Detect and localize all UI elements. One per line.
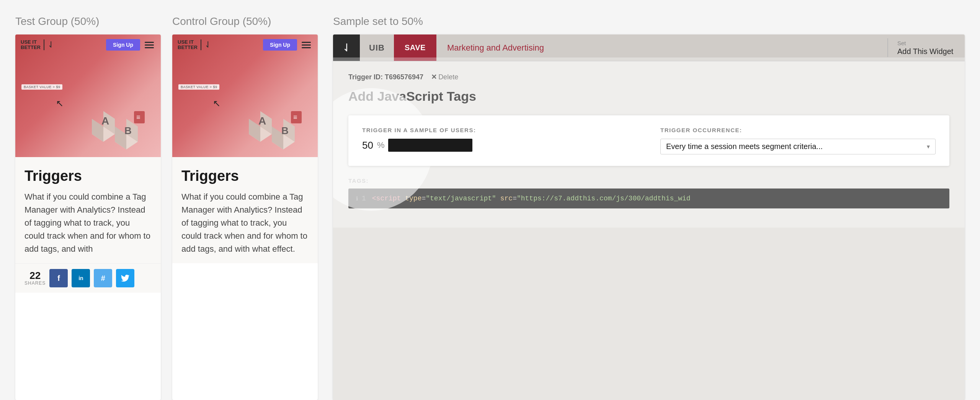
line-info: ℹ 1 [356,195,366,202]
uib-logo-icon: ⇃ [342,41,351,54]
panels-container: Test Group (50%) USE ITBETTER ⇃ Sign Up [15,15,318,400]
control-card-content: Triggers What if you could combine a Tag… [172,157,318,263]
test-card-title: Triggers [24,168,152,184]
trigger-occurrence-value: Every time a session meets segment crite… [666,142,823,151]
percent-bar[interactable] [388,139,472,152]
trigger-id-text: Trigger ID: T696576947 [348,73,423,81]
code-content[interactable]: <script type="text/javascript" src="http… [372,195,691,202]
svg-text:A: A [258,115,266,127]
sample-form-col: TRIGGER IN A SAMPLE OF USERS: 50 % [362,127,637,152]
trigger-id-value: T696576947 [385,73,423,81]
control-card-body: What if you could combine a Tag Manager … [181,190,309,256]
linkedin-share-button[interactable]: in [72,269,90,287]
test-card-header: USE ITBETTER ⇃ Sign Up BASKET VALUE > $9… [15,34,161,157]
line-info-icon: ℹ [356,195,358,202]
test-card-body: What if you could combine a Tag Manager … [24,190,152,256]
uib-section-label: Marketing and Advertising [436,34,887,61]
trigger-info: Trigger ID: T696576947 ✕ Delete [348,73,949,81]
percent-sign: % [377,140,385,150]
tags-label: TAGS: [348,177,949,184]
percent-value: 50 [362,139,373,151]
test-card-image: A B ≡ [15,34,161,157]
sample-form-label: TRIGGER IN A SAMPLE OF USERS: [362,127,637,133]
delete-x-icon: ✕ [431,73,437,81]
line-number: 1 [362,195,366,202]
sample-label: Sample set to 50% [333,15,965,28]
test-shares-label: SHARES [24,280,46,286]
delete-button[interactable]: ✕ Delete [431,73,458,81]
uib-set-top: Set [897,40,956,46]
uib-set-bottom: Add This Widget [897,47,956,56]
form-area: TRIGGER IN A SAMPLE OF USERS: 50 % TRIGG… [348,115,949,166]
test-card-content: Triggers What if you could combine a Tag… [15,157,161,263]
trigger-id-label: Trigger ID: [348,73,383,81]
twitter-share-button[interactable] [116,269,134,287]
code-editor: ℹ 1 <script type="text/javascript" src="… [348,189,949,208]
test-group-panel: Test Group (50%) USE ITBETTER ⇃ Sign Up [15,15,161,400]
tags-section: TAGS: ℹ 1 <script type="text/javascript"… [348,177,949,208]
test-share-bar: 22 SHARES f in # [15,263,161,293]
control-card-header: USE ITBETTER ⇃ Sign Up BASKET VALUE > $9… [172,34,318,157]
uib-window: ⇃ UIB SAVE Marketing and Advertising Set… [333,34,965,400]
svg-text:≡: ≡ [293,113,297,121]
svg-text:A: A [101,115,109,127]
chevron-down-icon: ▾ [927,143,930,150]
right-panel: Sample set to 50% ⇃ UIB SAVE Marketing a… [333,15,965,400]
percent-row: 50 % [362,139,637,152]
uib-logo-button[interactable]: ⇃ [333,34,360,61]
uib-content: Trigger ID: T696576947 ✕ Delete Add Java… [333,61,965,220]
trigger-occurrence-select[interactable]: Every time a session meets segment crite… [660,139,936,154]
occurrence-form-col: TRIGGER OCCURRENCE: Every time a session… [660,127,936,154]
control-group-label: Control Group (50%) [172,15,318,28]
delete-label: Delete [438,73,458,81]
svg-text:B: B [281,125,289,136]
control-card-title: Triggers [181,168,309,184]
test-share-number: 22 [29,270,41,280]
uib-toolbar: ⇃ UIB SAVE Marketing and Advertising Set… [333,34,965,61]
occurrence-form-label: TRIGGER OCCURRENCE: [660,127,936,133]
test-group-card: USE ITBETTER ⇃ Sign Up BASKET VALUE > $9… [15,34,161,400]
svg-text:≡: ≡ [136,113,140,121]
test-share-count: 22 SHARES [24,270,46,286]
form-row: TRIGGER IN A SAMPLE OF USERS: 50 % TRIGG… [362,127,936,154]
hashtag-share-button[interactable]: # [94,269,112,287]
svg-text:B: B [124,125,132,136]
facebook-share-button[interactable]: f [49,269,68,287]
control-group-panel: Control Group (50%) USE ITBETTER ⇃ Sign … [172,15,318,400]
control-group-card: USE ITBETTER ⇃ Sign Up BASKET VALUE > $9… [172,34,318,400]
uib-save-button[interactable]: SAVE [394,34,436,61]
uib-label: UIB [360,34,394,61]
control-card-image: A B ≡ [172,34,318,157]
section-title: Add JavaScript Tags [348,89,949,104]
uib-set-area: Set Add This Widget [888,34,965,61]
test-group-label: Test Group (50%) [15,15,161,28]
